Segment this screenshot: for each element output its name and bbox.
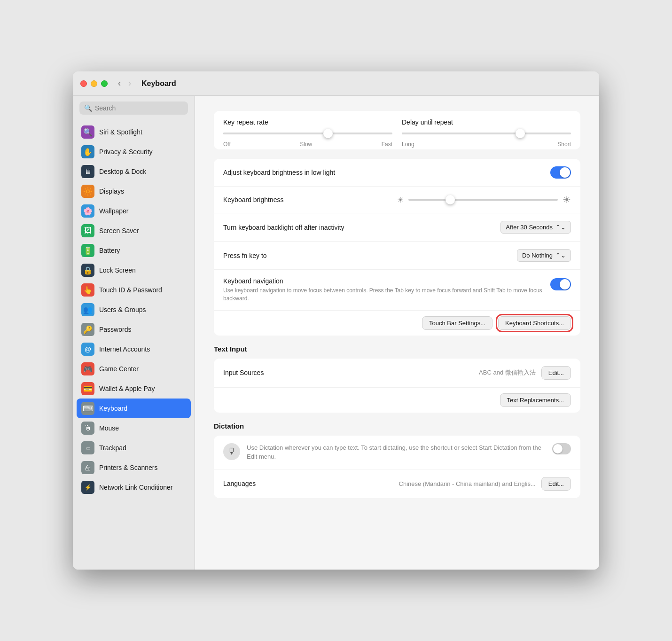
- sidebar-item-label: Wallpaper: [99, 207, 129, 215]
- dictation-card: 🎙 Use Dictation wherever you can type te…: [214, 436, 580, 498]
- sidebar-item-label: Passwords: [99, 326, 131, 333]
- brightness-high-icon: ☀: [563, 194, 571, 205]
- key-repeat-track[interactable]: [223, 133, 392, 134]
- sidebar-item-wallet-apple-pay[interactable]: 💳 Wallet & Apple Pay: [77, 379, 191, 399]
- dictation-knob: [553, 444, 563, 453]
- brightness-track[interactable]: [408, 199, 558, 201]
- users-groups-icon: 👥: [81, 303, 94, 316]
- press-fn-key-label: Press fn key to: [223, 252, 517, 259]
- search-input[interactable]: [95, 104, 183, 112]
- sidebar: 🔍 🔍 Siri & Spotlight ✋ Privacy & Securit…: [73, 96, 195, 570]
- back-button[interactable]: ‹: [115, 78, 124, 89]
- sidebar-item-wallpaper[interactable]: 🌸 Wallpaper: [77, 201, 191, 221]
- keyboard-navigation-label: Keyboard navigation: [223, 277, 543, 285]
- press-fn-key-dropdown[interactable]: Do Nothing ⌃⌄: [517, 249, 571, 262]
- traffic-lights: [80, 80, 108, 87]
- delay-short-label: Short: [557, 141, 571, 148]
- sidebar-item-battery[interactable]: 🔋 Battery: [77, 241, 191, 260]
- sidebar-list: 🔍 Siri & Spotlight ✋ Privacy & Security …: [73, 120, 195, 570]
- keyboard-brightness-row: Keyboard brightness ☀ ☀: [214, 187, 580, 213]
- delay-repeat-track[interactable]: [402, 133, 571, 134]
- sidebar-item-touch-id-password[interactable]: 👆 Touch ID & Password: [77, 280, 191, 300]
- delay-repeat-fill: [402, 133, 520, 134]
- key-repeat-fill: [223, 133, 328, 134]
- forward-button[interactable]: ›: [125, 78, 134, 89]
- key-repeat-off-label: Off: [223, 141, 231, 148]
- maximize-button[interactable]: [101, 80, 108, 87]
- sidebar-item-label: Wallet & Apple Pay: [99, 385, 155, 392]
- delay-repeat-end-labels: Long Short: [402, 141, 571, 148]
- keyboard-buttons-row: Touch Bar Settings... Keyboard Shortcuts…: [214, 311, 580, 336]
- key-repeat-card: Key repeat rate Off Slow Fast: [214, 111, 580, 149]
- sidebar-item-label: Trackpad: [99, 444, 126, 452]
- close-button[interactable]: [80, 80, 87, 87]
- key-repeat-slow-label: Slow: [300, 141, 312, 148]
- sidebar-item-lock-screen[interactable]: 🔒 Lock Screen: [77, 260, 191, 280]
- turn-off-backlight-dropdown[interactable]: After 30 Seconds ⌃⌄: [500, 221, 571, 234]
- keyboard-icon: ⌨: [81, 402, 94, 415]
- languages-edit-button[interactable]: Edit...: [541, 477, 571, 491]
- sidebar-item-label: Internet Accounts: [99, 345, 150, 353]
- text-replacements-row: Text Replacements...: [214, 388, 580, 413]
- search-wrapper[interactable]: 🔍: [79, 102, 188, 115]
- search-bar: 🔍: [73, 96, 195, 120]
- window-title: Keyboard: [141, 79, 176, 88]
- sidebar-item-label: Screen Saver: [99, 227, 139, 235]
- keyboard-navigation-knob: [560, 279, 570, 289]
- content-area: Key repeat rate Off Slow Fast: [195, 96, 599, 570]
- sidebar-item-label: Lock Screen: [99, 266, 136, 274]
- sidebar-item-privacy-security[interactable]: ✋ Privacy & Security: [77, 142, 191, 162]
- sidebar-item-label: Mouse: [99, 424, 119, 432]
- key-repeat-end-labels: Off Slow Fast: [223, 141, 392, 148]
- languages-value: Chinese (Mandarin - China mainland) and …: [399, 480, 536, 487]
- printers-icon: 🖨: [81, 461, 94, 474]
- sidebar-item-displays[interactable]: 🔆 Displays: [77, 181, 191, 201]
- sidebar-item-trackpad[interactable]: ▭ Trackpad: [77, 438, 191, 458]
- dictation-toggle[interactable]: [552, 443, 571, 454]
- minimize-button[interactable]: [91, 80, 97, 87]
- delay-repeat-thumb[interactable]: [516, 129, 525, 138]
- sidebar-item-internet-accounts[interactable]: @ Internet Accounts: [77, 339, 191, 359]
- keyboard-navigation-row: Keyboard navigation Use keyboard navigat…: [214, 270, 580, 311]
- sidebar-item-network-link-conditioner[interactable]: ⚡ Network Link Conditioner: [77, 477, 191, 497]
- sidebar-item-users-groups[interactable]: 👥 Users & Groups: [77, 300, 191, 320]
- sidebar-item-label: Desktop & Dock: [99, 168, 146, 175]
- sidebar-item-siri-spotlight[interactable]: 🔍 Siri & Spotlight: [77, 122, 191, 142]
- sidebar-item-screen-saver[interactable]: 🖼 Screen Saver: [77, 221, 191, 241]
- delay-repeat-section: Delay until repeat Long Short: [402, 118, 571, 148]
- wallpaper-icon: 🌸: [81, 204, 94, 218]
- touch-id-icon: 👆: [81, 283, 94, 297]
- delay-long-label: Long: [402, 141, 414, 148]
- keyboard-navigation-toggle[interactable]: [550, 278, 571, 290]
- adjust-brightness-row: Adjust keyboard brightness in low light: [214, 159, 580, 187]
- dropdown-chevron-icon: ⌃⌄: [555, 224, 566, 231]
- press-fn-key-row: Press fn key to Do Nothing ⌃⌄: [214, 242, 580, 270]
- input-sources-row: Input Sources ABC and 微信输入法 Edit...: [214, 359, 580, 388]
- keyboard-shortcuts-button[interactable]: Keyboard Shortcuts...: [498, 316, 571, 330]
- sidebar-item-mouse[interactable]: 🖱 Mouse: [77, 418, 191, 438]
- sliders-section: Key repeat rate Off Slow Fast: [214, 111, 580, 149]
- key-repeat-section: Key repeat rate Off Slow Fast: [223, 118, 392, 148]
- sidebar-item-printers-scanners[interactable]: 🖨 Printers & Scanners: [77, 458, 191, 477]
- network-link-icon: ⚡: [81, 481, 94, 494]
- input-sources-edit-button[interactable]: Edit...: [541, 366, 571, 380]
- sidebar-item-desktop-dock[interactable]: 🖥 Desktop & Dock: [77, 162, 191, 181]
- keyboard-navigation-desc: Use keyboard navigation to move focus be…: [223, 287, 543, 303]
- text-replacements-button[interactable]: Text Replacements...: [500, 393, 571, 407]
- languages-label: Languages: [223, 480, 399, 487]
- sidebar-item-label: Network Link Conditioner: [99, 484, 172, 491]
- languages-row: Languages Chinese (Mandarin - China main…: [214, 469, 580, 498]
- sidebar-item-game-center[interactable]: 🎮 Game Center: [77, 359, 191, 379]
- adjust-brightness-knob: [560, 167, 570, 178]
- brightness-thumb[interactable]: [445, 195, 455, 204]
- sidebar-item-label: Siri & Spotlight: [99, 128, 142, 136]
- brightness-low-icon: ☀: [397, 195, 404, 204]
- sidebar-item-keyboard[interactable]: ⌨ Keyboard: [77, 399, 191, 418]
- delay-repeat-label: Delay until repeat: [402, 118, 571, 126]
- touch-bar-settings-button[interactable]: Touch Bar Settings...: [422, 316, 492, 330]
- main-layout: 🔍 🔍 Siri & Spotlight ✋ Privacy & Securit…: [73, 96, 599, 570]
- dictation-desc-row: 🎙 Use Dictation wherever you can type te…: [214, 436, 580, 469]
- key-repeat-thumb[interactable]: [323, 129, 333, 138]
- adjust-brightness-toggle[interactable]: [550, 166, 571, 179]
- sidebar-item-passwords[interactable]: 🔑 Passwords: [77, 320, 191, 339]
